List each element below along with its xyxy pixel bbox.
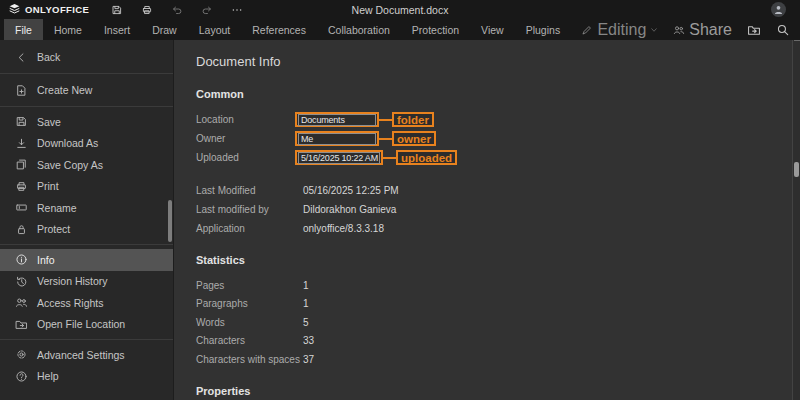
- section-heading-statistics: Statistics: [196, 254, 770, 266]
- sidebar-item-label: Advanced Settings: [37, 349, 125, 361]
- brand-name: ONLYOFFICE: [25, 4, 89, 15]
- row-value: 37: [303, 354, 314, 365]
- undo-icon[interactable]: [171, 4, 183, 16]
- tab-file[interactable]: File: [4, 19, 43, 40]
- info-row-paragraphs: Paragraphs1: [196, 295, 770, 314]
- sidebar-item-label: Create New: [37, 84, 92, 96]
- sidebar-item-access-rights[interactable]: Access Rights: [0, 292, 173, 314]
- tab-plugins[interactable]: Plugins: [515, 19, 571, 40]
- annotation-label-folder: folder: [392, 112, 434, 127]
- onlyoffice-logo: ONLYOFFICE: [8, 3, 89, 16]
- print-icon: [15, 180, 28, 193]
- info-row-application: Applicationonlyoffice/8.3.3.18: [196, 219, 770, 238]
- content-scrollbar-thumb[interactable]: [794, 162, 799, 177]
- row-label: Characters: [196, 335, 303, 346]
- sidebar-item-print[interactable]: Print: [0, 176, 173, 198]
- sidebar-item-help[interactable]: Help: [0, 366, 173, 388]
- tab-home[interactable]: Home: [43, 19, 93, 40]
- sidebar-item-back[interactable]: Back: [0, 45, 173, 69]
- row-value: 1: [303, 280, 309, 291]
- search-icon[interactable]: [776, 23, 790, 37]
- sidebar-divider: [0, 106, 173, 107]
- row-label: Words: [196, 317, 303, 328]
- open-file-location-icon[interactable]: [747, 23, 761, 37]
- quick-access-toolbar: [111, 4, 243, 16]
- row-label: Application: [196, 223, 303, 234]
- tab-insert[interactable]: Insert: [93, 19, 141, 40]
- share-label: Share: [689, 21, 732, 39]
- user-avatar[interactable]: [771, 2, 786, 17]
- open-file-location-icon: [15, 318, 28, 331]
- save-icon: [15, 115, 28, 128]
- tab-collaboration[interactable]: Collaboration: [317, 19, 401, 40]
- save-copy-icon: [15, 158, 28, 171]
- version-history-icon: [15, 275, 28, 288]
- title-bar: ONLYOFFICE New Document.docx: [0, 0, 800, 19]
- row-label: Last Modified: [196, 185, 303, 196]
- row-label: Last modified by: [196, 204, 303, 215]
- print-icon[interactable]: [141, 4, 153, 16]
- sidebar-item-download-as[interactable]: Download As: [0, 133, 173, 155]
- sidebar-item-info[interactable]: Info: [0, 249, 173, 271]
- person-icon: [773, 4, 784, 15]
- row-label: Owner: [196, 133, 295, 144]
- sidebar-item-protect[interactable]: Protect: [0, 219, 173, 241]
- chevron-left-icon: [15, 51, 28, 64]
- more-icon[interactable]: [231, 4, 243, 16]
- annotation-connector: [379, 119, 392, 121]
- info-icon: [15, 253, 28, 266]
- help-icon: [15, 370, 28, 383]
- info-row-pages: Pages1: [196, 276, 770, 295]
- sidebar-item-rename[interactable]: Rename: [0, 197, 173, 219]
- download-icon: [15, 137, 28, 150]
- info-row-last-modified-by: Last modified byDildorakhon Ganieva: [196, 200, 770, 219]
- share-button[interactable]: Share: [673, 21, 732, 39]
- sidebar-item-label: Save Copy As: [37, 159, 103, 171]
- tab-protection[interactable]: Protection: [401, 19, 470, 40]
- tab-draw[interactable]: Draw: [141, 19, 188, 40]
- sidebar-item-label: Version History: [37, 275, 108, 287]
- editing-mode-label: Editing: [597, 21, 646, 39]
- row-value: Me: [298, 133, 376, 145]
- row-value: Documents: [298, 114, 376, 126]
- editing-mode-dropdown[interactable]: Editing: [581, 21, 658, 39]
- sidebar-item-label: Open File Location: [37, 318, 125, 330]
- tab-references[interactable]: References: [241, 19, 317, 40]
- save-icon[interactable]: [111, 4, 123, 16]
- sidebar-item-label: Print: [37, 180, 59, 192]
- tab-view[interactable]: View: [470, 19, 515, 40]
- info-row-words: Words5: [196, 313, 770, 332]
- sidebar-item-advanced-settings[interactable]: Advanced Settings: [0, 344, 173, 366]
- sidebar-item-label: Rename: [37, 202, 77, 214]
- annotation-box-folder: Documents: [295, 112, 379, 127]
- sidebar-item-save[interactable]: Save: [0, 111, 173, 133]
- sidebar-item-label: Info: [37, 254, 55, 266]
- chevron-down-icon: [650, 26, 658, 34]
- info-row-uploaded: Uploaded5/16/2025 10:22 AMuploaded: [196, 148, 770, 167]
- sidebar-item-label: Protect: [37, 223, 70, 235]
- sidebar-item-version-history[interactable]: Version History: [0, 271, 173, 293]
- content-scrollbar[interactable]: [792, 40, 800, 400]
- sidebar-item-create-new[interactable]: Create New: [0, 78, 173, 102]
- file-menu-sidebar: BackCreate NewSaveDownload AsSave Copy A…: [0, 40, 174, 400]
- tab-layout[interactable]: Layout: [188, 19, 242, 40]
- row-label: Characters with spaces: [196, 354, 303, 365]
- annotation-connector: [379, 138, 392, 140]
- rename-icon: [15, 201, 28, 214]
- annotation-box-owner: Me: [295, 131, 379, 146]
- sidebar-item-save-copy-as[interactable]: Save Copy As: [0, 154, 173, 176]
- annotation-connector: [383, 157, 396, 159]
- share-users-icon: [673, 24, 685, 36]
- row-label: Paragraphs: [196, 298, 303, 309]
- redo-icon[interactable]: [201, 4, 213, 16]
- protect-icon: [15, 223, 28, 236]
- sidebar-divider: [0, 73, 173, 74]
- sidebar-scrollbar-thumb[interactable]: [168, 200, 172, 242]
- sidebar-item-open-file-location[interactable]: Open File Location: [0, 314, 173, 336]
- row-label: Location: [196, 114, 295, 125]
- layers-logo-icon: [8, 3, 21, 16]
- access-rights-icon: [15, 296, 28, 309]
- annotation-box-uploaded: 5/16/2025 10:22 AM: [295, 150, 383, 165]
- row-value: 05/16/2025 12:25 PM: [303, 185, 399, 196]
- row-label: Pages: [196, 280, 303, 291]
